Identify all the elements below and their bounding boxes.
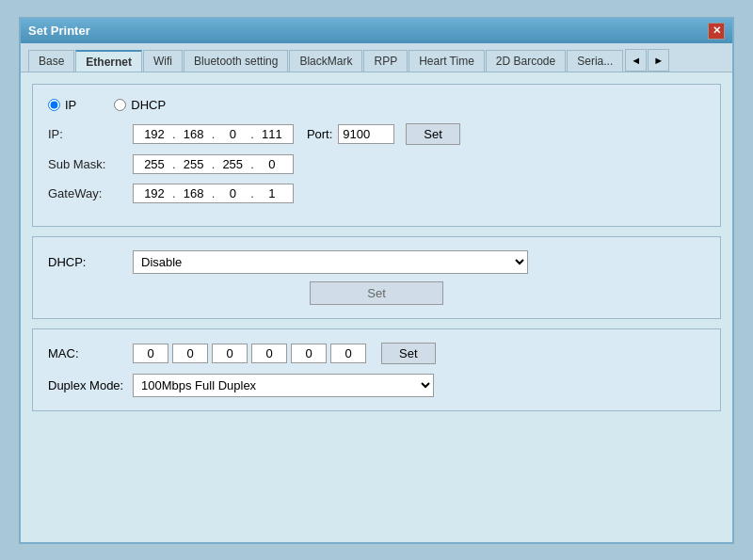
mac-seg-2[interactable] <box>172 344 208 363</box>
gateway-seg-3[interactable] <box>216 186 249 200</box>
port-input[interactable] <box>338 124 394 144</box>
tab-seria[interactable]: Seria... <box>567 50 623 72</box>
radio-ip-label[interactable]: IP <box>48 98 76 112</box>
ip-seg-4[interactable] <box>255 127 289 141</box>
gateway-seg-2[interactable] <box>177 186 211 200</box>
tab-ethernet[interactable]: Ethernet <box>75 50 142 72</box>
tab-scroll-next[interactable]: ► <box>648 49 669 72</box>
submask-field-row: Sub Mask: . . . <box>48 154 705 174</box>
mac-set-button[interactable]: Set <box>381 343 436 364</box>
dhcp-set-button[interactable]: Set <box>310 281 443 305</box>
tab-rpp[interactable]: RPP <box>363 50 408 72</box>
submask-seg-4[interactable] <box>255 157 289 171</box>
ip-dhcp-radio-row: IP DHCP <box>48 98 705 112</box>
tab-blackmark[interactable]: BlackMark <box>289 50 362 72</box>
ip-section: IP DHCP IP: . . . Port: <box>32 84 721 227</box>
submask-input-group: . . . <box>133 154 294 174</box>
dhcp-select[interactable]: Disable Enable <box>133 250 528 274</box>
radio-ip[interactable] <box>48 99 60 111</box>
content-area: IP DHCP IP: . . . Port: <box>21 72 732 432</box>
mac-label: MAC: <box>48 346 133 360</box>
submask-seg-3[interactable] <box>216 157 249 171</box>
submask-label: Sub Mask: <box>48 157 133 171</box>
mac-seg-6[interactable] <box>330 344 366 363</box>
port-label: Port: <box>307 127 332 141</box>
ip-label: IP: <box>48 127 133 141</box>
mac-seg-1[interactable] <box>133 344 168 363</box>
mac-seg-3[interactable] <box>212 344 248 363</box>
duplex-label: Duplex Mode: <box>48 378 133 392</box>
gateway-seg-1[interactable] <box>137 186 171 200</box>
tab-bluetooth[interactable]: Bluetooth setting <box>184 50 288 72</box>
ip-seg-1[interactable] <box>137 127 171 141</box>
gateway-seg-4[interactable] <box>255 186 289 200</box>
gateway-input-group: . . . <box>133 184 294 203</box>
tab-bar: Base Ethernet Wifi Bluetooth setting Bla… <box>21 43 732 72</box>
ip-input-group: . . . <box>133 124 294 144</box>
tab-2dbarcode[interactable]: 2D Barcode <box>486 50 566 72</box>
radio-dhcp[interactable] <box>114 99 126 111</box>
gateway-label: GateWay: <box>48 186 133 200</box>
radio-dhcp-label[interactable]: DHCP <box>114 98 166 112</box>
duplex-row: Duplex Mode: 10Mbps Half Duplex 10Mbps F… <box>48 374 705 397</box>
dhcp-section: DHCP: Disable Enable Set <box>32 236 721 319</box>
mac-seg-5[interactable] <box>291 344 327 363</box>
tab-scroll-prev[interactable]: ◄ <box>625 49 647 72</box>
duplex-select[interactable]: 10Mbps Half Duplex 10Mbps Full Duplex 10… <box>133 374 434 397</box>
gateway-field-row: GateWay: . . . <box>48 184 705 203</box>
tab-base[interactable]: Base <box>28 50 74 72</box>
dialog-title: Set Printer <box>28 24 90 38</box>
ip-seg-2[interactable] <box>177 127 211 141</box>
mac-section: MAC: Set Duplex Mode: 10Mbps Half Duplex… <box>32 328 721 411</box>
dhcp-label: DHCP: <box>48 255 133 269</box>
submask-seg-2[interactable] <box>177 157 211 171</box>
dhcp-row: DHCP: Disable Enable <box>48 250 705 274</box>
tab-hearttime[interactable]: Heart Time <box>409 50 485 72</box>
submask-seg-1[interactable] <box>137 157 171 171</box>
set-printer-dialog: Set Printer ✕ Base Ethernet Wifi Bluetoo… <box>19 17 734 544</box>
mac-seg-4[interactable] <box>251 344 287 363</box>
title-bar: Set Printer ✕ <box>21 19 732 43</box>
dhcp-set-row: Set <box>48 281 705 305</box>
ip-field-row: IP: . . . Port: Set <box>48 123 705 145</box>
tab-wifi[interactable]: Wifi <box>143 50 183 72</box>
close-button[interactable]: ✕ <box>708 23 725 40</box>
ip-seg-3[interactable] <box>216 127 249 141</box>
ip-set-button[interactable]: Set <box>406 123 460 145</box>
mac-row: MAC: Set <box>48 343 705 364</box>
